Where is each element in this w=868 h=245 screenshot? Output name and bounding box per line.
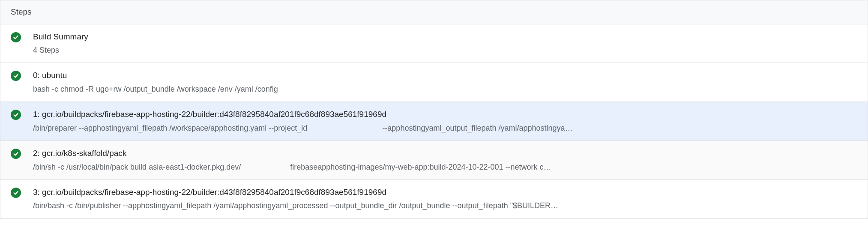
step-content: 1: gcr.io/buildpacks/firebase-app-hostin… [33, 109, 857, 134]
step-content: 3: gcr.io/buildpacks/firebase-app-hostin… [33, 187, 857, 212]
step-title: 1: gcr.io/buildpacks/firebase-app-hostin… [33, 109, 857, 120]
step-title: 2: gcr.io/k8s-skaffold/pack [33, 148, 857, 159]
step-command: /bin/bash -c /bin/publisher --apphosting… [33, 200, 857, 211]
step-command: /bin/sh -c /usr/local/bin/pack build asi… [33, 162, 857, 173]
success-check-icon [11, 32, 21, 42]
step-command-seg-a: /bin/sh -c /usr/local/bin/pack build asi… [33, 162, 241, 173]
step-command: bash -c chmod -R ugo+rw /output_bundle /… [33, 84, 857, 95]
step-title: 3: gcr.io/buildpacks/firebase-app-hostin… [33, 187, 857, 198]
status-icon-col [11, 31, 33, 42]
status-icon-col [11, 148, 33, 159]
step-row-3[interactable]: 3: gcr.io/buildpacks/firebase-app-hostin… [0, 180, 868, 218]
status-icon-col [11, 109, 33, 120]
step-command-seg-b: --apphostingyaml_output_filepath /yaml/a… [382, 123, 572, 134]
step-command-seg-b: firebaseapphosting-images/my-web-app:bui… [290, 162, 551, 173]
steps-header-title: Steps [11, 7, 32, 16]
summary-content: Build Summary 4 Steps [33, 31, 857, 56]
success-check-icon [11, 110, 21, 120]
step-command-seg-a: /bin/preparer --apphostingyaml_filepath … [33, 123, 307, 134]
status-icon-col [11, 70, 33, 81]
steps-panel: Steps Build Summary 4 Steps 0: ubuntu ba… [0, 0, 868, 219]
step-row-0[interactable]: 0: ubuntu bash -c chmod -R ugo+rw /outpu… [0, 63, 868, 102]
step-title: 0: ubuntu [33, 70, 857, 81]
step-row-2[interactable]: 2: gcr.io/k8s-skaffold/pack /bin/sh -c /… [0, 141, 868, 180]
summary-subtitle: 4 Steps [33, 45, 857, 56]
step-row-1[interactable]: 1: gcr.io/buildpacks/firebase-app-hostin… [0, 102, 868, 141]
step-content: 2: gcr.io/k8s-skaffold/pack /bin/sh -c /… [33, 148, 857, 173]
summary-title: Build Summary [33, 31, 857, 43]
build-summary-row[interactable]: Build Summary 4 Steps [0, 24, 868, 63]
steps-header: Steps [0, 0, 868, 24]
success-check-icon [11, 71, 21, 81]
success-check-icon [11, 149, 21, 159]
step-command: /bin/preparer --apphostingyaml_filepath … [33, 123, 857, 134]
status-icon-col [11, 187, 33, 198]
success-check-icon [11, 188, 21, 198]
step-content: 0: ubuntu bash -c chmod -R ugo+rw /outpu… [33, 70, 857, 95]
